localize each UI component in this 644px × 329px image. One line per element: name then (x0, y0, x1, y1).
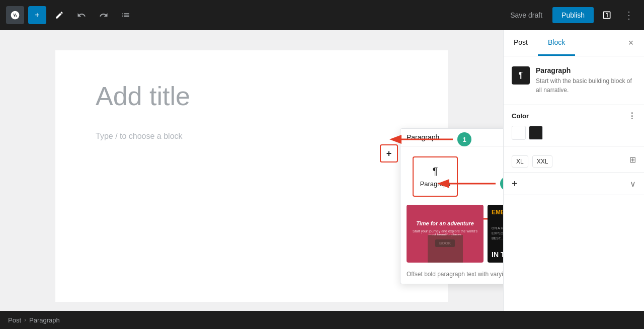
block-info-row: ¶ Paragraph Start with the basic buildin… (512, 66, 636, 95)
pattern2-bottom: IN THE WOODS. (492, 251, 503, 259)
breadcrumb: Post › Paragraph (0, 311, 644, 329)
block-icon-badge: ¶ (512, 66, 530, 85)
sidebar-tabs: Post Block × (504, 30, 644, 56)
block-inserter-popup: 1 2 3 + Paragraph × (380, 128, 503, 284)
color-swatch-dark[interactable] (529, 126, 543, 140)
undo-button[interactable] (72, 6, 91, 24)
main-area: Add title Type / to choose a block 1 (0, 30, 644, 311)
more-options-button[interactable]: ⋮ (620, 6, 638, 24)
color-section-header: Color ⋮ (512, 111, 636, 121)
add-title-field[interactable]: Add title (96, 80, 408, 112)
pattern-description: Offset bold paragraph text with varying … (400, 269, 503, 284)
save-draft-button[interactable]: Save draft (504, 8, 548, 22)
size-buttons: XL XXL (512, 155, 552, 168)
sidebar-close-button[interactable]: × (624, 36, 638, 50)
size-section: XL XXL ⊞ (504, 146, 644, 173)
size-btn-xl[interactable]: XL (512, 155, 528, 168)
paragraph-block-item[interactable]: ¶ Paragraph (413, 156, 458, 197)
block-search-input[interactable]: Paragraph (407, 133, 503, 141)
breadcrumb-paragraph: Paragraph (29, 316, 60, 324)
color-more-icon[interactable]: ⋮ (628, 111, 636, 121)
toolbar: + Save draft Publish ⋮ (0, 0, 644, 30)
paragraph-label: Paragraph (420, 180, 451, 188)
redo-button[interactable] (95, 6, 113, 24)
pattern2-title: EMBARK (492, 209, 503, 216)
block-name: Paragraph (536, 66, 636, 74)
pattern-thumb-1[interactable]: Time for an adventure Start your journey… (407, 205, 484, 263)
tab-post[interactable]: Post (504, 30, 538, 56)
collapse-button[interactable]: ∨ (630, 179, 636, 189)
color-section: Color ⋮ (504, 105, 644, 146)
block-patterns: Time for an adventure Start your journey… (400, 205, 503, 269)
color-section-label: Color (512, 112, 529, 120)
block-info-text: Paragraph Start with the basic building … (536, 66, 636, 95)
settings-sidebar: Post Block × ¶ Paragraph Start with the … (503, 30, 644, 311)
breadcrumb-separator: › (24, 316, 26, 323)
color-swatch-row (512, 126, 636, 140)
type-block-field[interactable]: Type / to choose a block (96, 132, 408, 141)
add-block-inline-button[interactable]: + (380, 144, 398, 162)
extra-controls-row: + ∨ (504, 173, 644, 195)
list-view-button[interactable] (117, 6, 135, 24)
popup-search-row: Paragraph × (400, 129, 503, 146)
wp-logo[interactable] (6, 6, 24, 24)
add-block-toolbar-button[interactable]: + (28, 6, 46, 24)
pattern-thumb-2[interactable]: EMBARK ON A HIKING ADVENTURE AND EXPLORE… (488, 205, 503, 263)
view-toggle-button[interactable] (598, 6, 616, 24)
paragraph-icon: ¶ (433, 166, 438, 177)
publish-button[interactable]: Publish (552, 7, 594, 23)
add-property-button[interactable]: + (512, 178, 518, 190)
pattern1-title: Time for an adventure (416, 220, 474, 227)
filter-icon[interactable]: ⊞ (629, 155, 636, 164)
block-type-popup: Paragraph × ¶ Paragraph Time for an adve… (400, 128, 503, 284)
block-description: Start with the basic building block of a… (536, 76, 636, 95)
pattern2-mid: ON A HIKING ADVENTURE AND EXPLORE THE BE… (492, 226, 503, 240)
block-info-section: ¶ Paragraph Start with the basic buildin… (504, 56, 644, 105)
breadcrumb-post[interactable]: Post (8, 316, 21, 324)
editor-area: Add title Type / to choose a block 1 (0, 30, 503, 311)
edit-button[interactable] (50, 6, 68, 24)
color-swatch-white[interactable] (512, 126, 526, 140)
size-btn-xxl[interactable]: XXL (532, 155, 553, 168)
tab-block[interactable]: Block (538, 30, 575, 56)
